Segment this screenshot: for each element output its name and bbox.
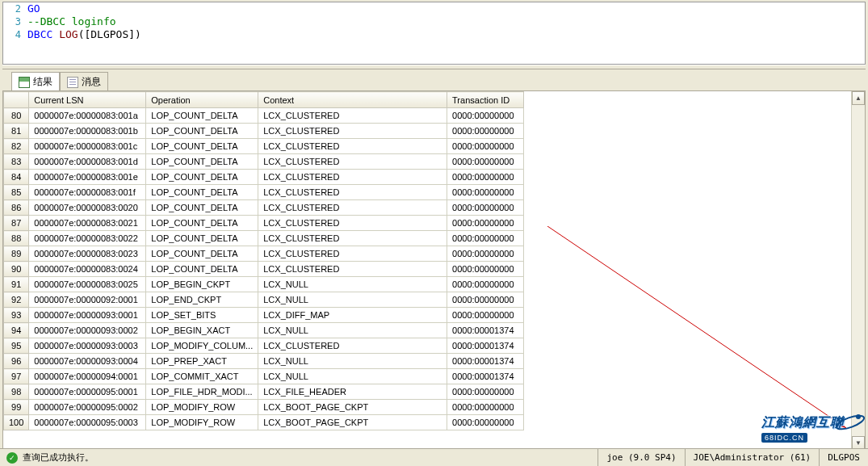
cell-lsn[interactable]: 0000007e:00000083:0021 [29, 216, 146, 231]
row-header[interactable]: 81 [4, 124, 29, 139]
cell-lsn[interactable]: 0000007e:00000093:0002 [29, 323, 146, 338]
cell-op[interactable]: LOP_COUNT_DELTA [146, 154, 258, 170]
cell-lsn[interactable]: 0000007e:00000092:0001 [29, 292, 146, 308]
row-header[interactable]: 100 [4, 415, 29, 430]
cell-op[interactable]: LOP_COUNT_DELTA [146, 139, 258, 154]
table-row[interactable]: 820000007e:00000083:001cLOP_COUNT_DELTAL… [4, 139, 524, 154]
cell-op[interactable]: LOP_MODIFY_COLUM... [146, 338, 258, 354]
table-row[interactable]: 980000007e:00000095:0001LOP_FILE_HDR_MOD… [4, 384, 524, 400]
cell-ctx[interactable]: LCX_CLUSTERED [258, 262, 447, 277]
cell-txn[interactable]: 0000:00000000 [447, 277, 524, 292]
tab-results[interactable]: 结果 [11, 72, 60, 91]
row-header[interactable]: 82 [4, 139, 29, 154]
cell-txn[interactable]: 0000:00000000 [447, 292, 524, 308]
cell-op[interactable]: LOP_MODIFY_ROW [146, 400, 258, 415]
cell-ctx[interactable]: LCX_CLUSTERED [258, 200, 447, 216]
cell-op[interactable]: LOP_COUNT_DELTA [146, 185, 258, 200]
row-header[interactable]: 94 [4, 323, 29, 338]
cell-txn[interactable]: 0000:00000000 [447, 262, 524, 277]
table-row[interactable]: 930000007e:00000093:0001LOP_SET_BITSLCX_… [4, 308, 524, 323]
col-header-transaction[interactable]: Transaction ID [447, 92, 524, 108]
cell-op[interactable]: LOP_COUNT_DELTA [146, 124, 258, 139]
cell-ctx[interactable]: LCX_CLUSTERED [258, 231, 447, 246]
cell-lsn[interactable]: 0000007e:00000083:001e [29, 170, 146, 185]
cell-txn[interactable]: 0000:00000000 [447, 400, 524, 415]
cell-ctx[interactable]: LCX_BOOT_PAGE_CKPT [258, 400, 447, 415]
vertical-scrollbar[interactable]: ▲ ▼ [851, 91, 865, 450]
cell-lsn[interactable]: 0000007e:00000093:0001 [29, 308, 146, 323]
cell-ctx[interactable]: LCX_FILE_HEADER [258, 384, 447, 400]
cell-txn[interactable]: 0000:00000000 [447, 139, 524, 154]
cell-lsn[interactable]: 0000007e:00000094:0001 [29, 369, 146, 384]
cell-ctx[interactable]: LCX_NULL [258, 323, 447, 338]
cell-lsn[interactable]: 0000007e:00000083:0023 [29, 246, 146, 262]
sql-editor[interactable]: 234 GO--DBCC loginfoDBCC LOG([DLGPOS]) [2, 2, 866, 65]
row-header[interactable]: 97 [4, 369, 29, 384]
table-row[interactable]: 870000007e:00000083:0021LOP_COUNT_DELTAL… [4, 216, 524, 231]
cell-txn[interactable]: 0000:00000000 [447, 216, 524, 231]
cell-txn[interactable]: 0000:00000000 [447, 154, 524, 170]
table-row[interactable]: 990000007e:00000095:0002LOP_MODIFY_ROWLC… [4, 400, 524, 415]
row-header[interactable]: 98 [4, 384, 29, 400]
table-row[interactable]: 910000007e:00000083:0025LOP_BEGIN_CKPTLC… [4, 277, 524, 292]
cell-lsn[interactable]: 0000007e:00000083:0020 [29, 200, 146, 216]
table-row[interactable]: 810000007e:00000083:001bLOP_COUNT_DELTAL… [4, 124, 524, 139]
row-header[interactable]: 89 [4, 246, 29, 262]
table-row[interactable]: 850000007e:00000083:001fLOP_COUNT_DELTAL… [4, 185, 524, 200]
table-row[interactable]: 830000007e:00000083:001dLOP_COUNT_DELTAL… [4, 154, 524, 170]
cell-txn[interactable]: 0000:00000000 [447, 108, 524, 124]
cell-ctx[interactable]: LCX_DIFF_MAP [258, 308, 447, 323]
cell-ctx[interactable]: LCX_NULL [258, 277, 447, 292]
cell-ctx[interactable]: LCX_CLUSTERED [258, 246, 447, 262]
row-header[interactable]: 90 [4, 262, 29, 277]
cell-lsn[interactable]: 0000007e:00000095:0002 [29, 400, 146, 415]
cell-ctx[interactable]: LCX_CLUSTERED [258, 216, 447, 231]
table-row[interactable]: 970000007e:00000094:0001LOP_COMMIT_XACTL… [4, 369, 524, 384]
cell-op[interactable]: LOP_PREP_XACT [146, 354, 258, 369]
table-row[interactable]: 800000007e:00000083:001aLOP_COUNT_DELTAL… [4, 108, 524, 124]
table-row[interactable]: 900000007e:00000083:0024LOP_COUNT_DELTAL… [4, 262, 524, 277]
cell-op[interactable]: LOP_COUNT_DELTA [146, 108, 258, 124]
cell-lsn[interactable]: 0000007e:00000083:0025 [29, 277, 146, 292]
cell-lsn[interactable]: 0000007e:00000083:001b [29, 124, 146, 139]
cell-ctx[interactable]: LCX_CLUSTERED [258, 139, 447, 154]
cell-lsn[interactable]: 0000007e:00000095:0001 [29, 384, 146, 400]
cell-op[interactable]: LOP_COMMIT_XACT [146, 369, 258, 384]
cell-txn[interactable]: 0000:00000000 [447, 170, 524, 185]
code-line[interactable]: --DBCC loginfo [27, 15, 865, 28]
row-header[interactable]: 99 [4, 400, 29, 415]
cell-op[interactable]: LOP_SET_BITS [146, 308, 258, 323]
results-grid[interactable]: Current LSN Operation Context Transactio… [3, 91, 524, 430]
cell-txn[interactable]: 0000:00000000 [447, 308, 524, 323]
table-row[interactable]: 840000007e:00000083:001eLOP_COUNT_DELTAL… [4, 170, 524, 185]
row-header[interactable]: 88 [4, 231, 29, 246]
cell-txn[interactable]: 0000:00000000 [447, 124, 524, 139]
cell-txn[interactable]: 0000:00000000 [447, 200, 524, 216]
code-area[interactable]: GO--DBCC loginfoDBCC LOG([DLGPOS]) [27, 2, 865, 41]
table-row[interactable]: 1000000007e:00000095:0003LOP_MODIFY_ROWL… [4, 415, 524, 430]
cell-txn[interactable]: 0000:00000000 [447, 185, 524, 200]
scroll-up-button[interactable]: ▲ [852, 91, 865, 105]
cell-op[interactable]: LOP_FILE_HDR_MODI... [146, 384, 258, 400]
cell-txn[interactable]: 0000:00001374 [447, 369, 524, 384]
row-header[interactable]: 87 [4, 216, 29, 231]
cell-op[interactable]: LOP_COUNT_DELTA [146, 262, 258, 277]
cell-ctx[interactable]: LCX_CLUSTERED [258, 124, 447, 139]
cell-lsn[interactable]: 0000007e:00000095:0003 [29, 415, 146, 430]
cell-lsn[interactable]: 0000007e:00000083:001d [29, 154, 146, 170]
table-row[interactable]: 880000007e:00000083:0022LOP_COUNT_DELTAL… [4, 231, 524, 246]
cell-ctx[interactable]: LCX_CLUSTERED [258, 185, 447, 200]
cell-txn[interactable]: 0000:00000000 [447, 231, 524, 246]
cell-op[interactable]: LOP_BEGIN_CKPT [146, 277, 258, 292]
cell-lsn[interactable]: 0000007e:00000083:0022 [29, 231, 146, 246]
cell-txn[interactable]: 0000:00000000 [447, 246, 524, 262]
table-row[interactable]: 940000007e:00000093:0002LOP_BEGIN_XACTLC… [4, 323, 524, 338]
table-row[interactable]: 920000007e:00000092:0001LOP_END_CKPTLCX_… [4, 292, 524, 308]
cell-lsn[interactable]: 0000007e:00000083:0024 [29, 262, 146, 277]
cell-txn[interactable]: 0000:00001374 [447, 354, 524, 369]
cell-txn[interactable]: 0000:00001374 [447, 323, 524, 338]
cell-op[interactable]: LOP_MODIFY_ROW [146, 415, 258, 430]
tab-messages[interactable]: 消息 [60, 72, 108, 91]
cell-ctx[interactable]: LCX_CLUSTERED [258, 170, 447, 185]
cell-lsn[interactable]: 0000007e:00000083:001c [29, 139, 146, 154]
